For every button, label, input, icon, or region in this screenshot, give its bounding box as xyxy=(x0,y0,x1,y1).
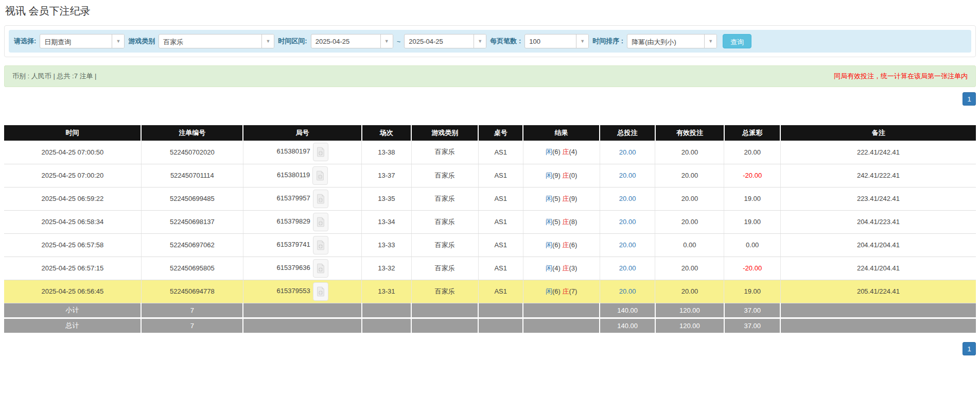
banker-result-label: 庄 xyxy=(563,218,569,226)
banker-score: (7) xyxy=(569,287,577,295)
banker-result-label: 庄 xyxy=(563,148,569,156)
video-record-icon[interactable] xyxy=(313,190,328,208)
total-bet-cell: 20.00 xyxy=(600,210,655,233)
banker-result-label: 庄 xyxy=(563,195,569,202)
column-header: 注单编号 xyxy=(141,125,243,141)
bet-id: 522450694778 xyxy=(141,280,243,303)
total-bet-link[interactable]: 20.00 xyxy=(619,172,636,179)
query-type-label: 请选择: xyxy=(14,37,36,46)
page-size-select[interactable]: 100 ▼ xyxy=(524,34,589,48)
round-id: 615379957 xyxy=(277,194,310,202)
valid-bet: 20.00 xyxy=(655,141,724,164)
session-number: 13-37 xyxy=(362,164,411,187)
chevron-down-icon[interactable]: ▼ xyxy=(704,35,716,48)
video-record-icon[interactable] xyxy=(313,143,328,161)
video-record-icon[interactable] xyxy=(312,166,328,185)
round-cell: 615380119 xyxy=(243,164,361,187)
time-sort-select[interactable]: 降冪(由大到小) ▼ xyxy=(627,34,717,48)
round-cell: 615380197 xyxy=(243,141,361,164)
game-type-cell: 百家乐 xyxy=(411,141,478,164)
table-number: AS1 xyxy=(478,233,523,257)
game-type-cell: 百家乐 xyxy=(411,210,478,233)
round-cell: 615379741 xyxy=(243,233,361,257)
player-result-label: 闲 xyxy=(546,241,552,249)
result-cell: 闲(4) 庄(3) xyxy=(523,257,600,280)
bet-time: 2025-04-25 06:57:15 xyxy=(4,257,141,280)
game-type-select[interactable]: 百家乐 ▼ xyxy=(159,34,274,48)
round-id: 615379553 xyxy=(277,287,310,295)
summary-bar: 币别 : 人民币 | 总共 :7 注单 | 同局有效投注，统一计算在该局第一张注… xyxy=(4,65,976,87)
game-type-cell: 百家乐 xyxy=(411,233,478,257)
table-row: 2025-04-25 06:56:45 522450694778 6153795… xyxy=(4,280,976,303)
pagination-bottom: 1 xyxy=(4,342,976,355)
bet-time: 2025-04-25 06:56:45 xyxy=(4,280,141,303)
note: 222.41/242.41 xyxy=(780,141,976,164)
session-number: 13-38 xyxy=(362,141,411,164)
total-bet-link[interactable]: 20.00 xyxy=(619,218,636,226)
query-type-select[interactable]: 日期查询 ▼ xyxy=(40,34,125,48)
date-to-value: 2025-04-25 xyxy=(405,35,474,48)
session-number: 13-32 xyxy=(362,257,411,280)
page-button-1[interactable]: 1 xyxy=(962,342,976,355)
result-cell: 闲(5) 庄(8) xyxy=(523,210,600,233)
summary-row-count: 7 xyxy=(141,318,243,333)
chevron-down-icon[interactable]: ▼ xyxy=(261,35,274,48)
column-header: 备注 xyxy=(780,125,976,141)
round-id: 615379636 xyxy=(277,264,310,271)
chevron-down-icon[interactable]: ▼ xyxy=(380,35,393,48)
total-bet-link[interactable]: 20.00 xyxy=(619,264,636,272)
bet-records-table: 时间注单编号局号场次游戏类别桌号结果总投注有效投注总派彩备注 2025-04-2… xyxy=(4,125,976,333)
summary-total-bet: 140.00 xyxy=(600,318,655,333)
column-header: 总投注 xyxy=(600,125,655,141)
game-type-cell: 百家乐 xyxy=(411,280,478,303)
total-bet-cell: 20.00 xyxy=(600,233,655,257)
column-header: 结果 xyxy=(523,125,600,141)
video-record-icon[interactable] xyxy=(313,236,328,254)
banker-score: (6) xyxy=(569,241,577,249)
payout: 0.00 xyxy=(724,233,781,257)
result-cell: 闲(6) 庄(7) xyxy=(523,280,600,303)
query-type-value: 日期查询 xyxy=(40,35,112,48)
bet-id: 522450699485 xyxy=(141,187,243,210)
video-record-icon[interactable] xyxy=(313,259,328,278)
banker-score: (3) xyxy=(569,264,577,272)
chevron-down-icon[interactable]: ▼ xyxy=(474,35,486,48)
player-score: (9) xyxy=(552,172,561,179)
valid-bet: 20.00 xyxy=(655,210,724,233)
round-cell: 615379829 xyxy=(243,210,361,233)
valid-bet: 0.00 xyxy=(655,233,724,257)
time-sort-value: 降冪(由大到小) xyxy=(627,35,704,48)
valid-bet: 20.00 xyxy=(655,257,724,280)
session-number: 13-35 xyxy=(362,187,411,210)
bet-id: 522450695805 xyxy=(141,257,243,280)
summary-row-count: 7 xyxy=(141,303,243,318)
chevron-down-icon[interactable]: ▼ xyxy=(576,35,588,48)
total-bet-link[interactable]: 20.00 xyxy=(619,148,636,156)
game-type-cell: 百家乐 xyxy=(411,164,478,187)
total-bet-link[interactable]: 20.00 xyxy=(619,241,636,249)
player-score: (6) xyxy=(552,287,561,295)
player-result-label: 闲 xyxy=(546,287,552,295)
bet-time: 2025-04-25 06:57:58 xyxy=(4,233,141,257)
total-bet-link[interactable]: 20.00 xyxy=(619,287,636,295)
total-bet-link[interactable]: 20.00 xyxy=(619,195,636,202)
currency-total-text: 币别 : 人民币 | 总共 :7 注单 | xyxy=(12,72,97,81)
note: 205.41/224.41 xyxy=(780,280,976,303)
chevron-down-icon[interactable]: ▼ xyxy=(112,35,124,48)
banker-result-label: 庄 xyxy=(563,241,569,249)
table-number: AS1 xyxy=(478,187,523,210)
banker-score: (0) xyxy=(569,172,577,179)
date-to-select[interactable]: 2025-04-25 ▼ xyxy=(404,34,486,48)
summary-row: 总计 7 140.00 120.00 37.00 xyxy=(4,318,976,333)
table-row: 2025-04-25 07:00:20 522450701114 6153801… xyxy=(4,164,976,187)
total-bet-cell: 20.00 xyxy=(600,141,655,164)
search-button[interactable]: 查询 xyxy=(723,34,751,48)
payout: 19.00 xyxy=(724,280,781,303)
payout: 19.00 xyxy=(724,210,781,233)
summary-row-label: 总计 xyxy=(4,318,141,333)
video-record-icon[interactable] xyxy=(313,213,328,231)
date-from-select[interactable]: 2025-04-25 ▼ xyxy=(311,34,393,48)
video-record-icon[interactable] xyxy=(313,282,328,301)
bet-id: 522450702020 xyxy=(141,141,243,164)
page-button-1[interactable]: 1 xyxy=(962,92,976,106)
